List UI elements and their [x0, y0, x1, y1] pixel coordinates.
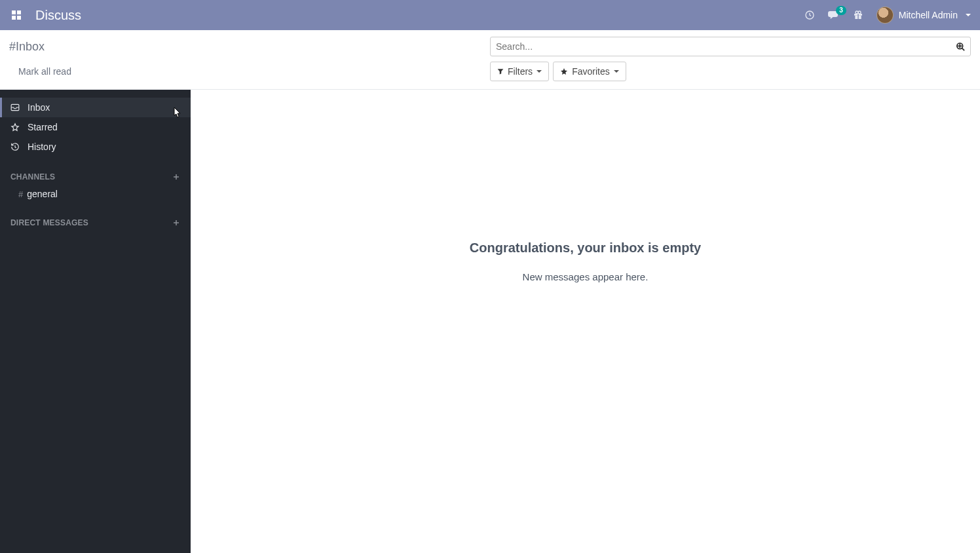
star-outline-icon	[10, 123, 20, 132]
messages-button[interactable]: 3	[828, 10, 840, 20]
user-menu[interactable]: Mitchell Admin	[876, 7, 971, 24]
filter-icon	[497, 68, 504, 75]
sidebar-dm-header[interactable]: DIRECT MESSAGES	[0, 214, 191, 231]
apps-menu-button[interactable]	[9, 8, 24, 22]
search-container	[490, 37, 971, 56]
activities-button[interactable]	[804, 10, 815, 20]
svg-line-11	[962, 48, 964, 50]
app-title[interactable]: Discuss	[35, 8, 81, 23]
chevron-down-icon	[614, 70, 619, 73]
dm-header-label: DIRECT MESSAGES	[10, 218, 88, 227]
search-button[interactable]	[951, 42, 970, 52]
main-content: Congratulations, your inbox is empty New…	[191, 90, 980, 553]
sidebar-channels-header[interactable]: CHANNELS	[0, 168, 191, 185]
svg-rect-7	[857, 14, 858, 19]
favorites-label: Favorites	[572, 66, 610, 77]
top-navbar-right: 3 Mitchell Admin	[804, 7, 971, 24]
svg-point-9	[858, 11, 861, 14]
sidebar-item-starred[interactable]: Starred	[0, 117, 191, 137]
sidebar-item-history[interactable]: History	[0, 137, 191, 157]
empty-state: Congratulations, your inbox is empty New…	[191, 240, 980, 282]
mark-all-read-button[interactable]: Mark all read	[14, 65, 75, 78]
plus-icon	[172, 173, 180, 181]
chevron-down-icon	[537, 70, 542, 73]
avatar	[876, 7, 894, 24]
filters-label: Filters	[508, 66, 533, 77]
empty-subtitle: New messages appear here.	[191, 271, 980, 282]
svg-rect-1	[17, 10, 21, 14]
svg-rect-2	[12, 16, 16, 20]
star-icon	[560, 67, 568, 75]
gift-button[interactable]	[853, 10, 863, 20]
user-name: Mitchell Admin	[899, 10, 958, 20]
channel-label: general	[27, 189, 58, 199]
sidebar: Inbox Starred History CHANNELS # ge	[0, 90, 191, 553]
history-icon	[10, 142, 20, 151]
sidebar-item-label: History	[28, 142, 56, 152]
svg-rect-0	[12, 10, 16, 14]
chevron-down-icon	[966, 14, 971, 16]
hash-icon: #	[18, 189, 23, 199]
search-input[interactable]	[491, 39, 951, 54]
body: Inbox Starred History CHANNELS # ge	[0, 90, 980, 553]
favorites-button[interactable]: Favorites	[553, 62, 626, 81]
search-icon	[956, 42, 966, 52]
sidebar-item-label: Inbox	[28, 102, 50, 113]
clock-icon	[804, 10, 815, 20]
channel-general[interactable]: # general	[0, 185, 191, 202]
inbox-icon	[10, 104, 20, 111]
plus-icon	[172, 219, 180, 227]
empty-title: Congratulations, your inbox is empty	[191, 240, 980, 256]
top-navbar: Discuss 3 Mitchell Admin	[0, 0, 980, 30]
apps-grid-icon	[12, 10, 21, 20]
add-channel-button[interactable]	[172, 173, 180, 181]
control-panel: #Inbox Mark all read Filters Favorites	[0, 30, 980, 90]
filters-button[interactable]: Filters	[490, 62, 549, 81]
svg-rect-3	[17, 16, 21, 20]
add-dm-button[interactable]	[172, 219, 180, 227]
channels-header-label: CHANNELS	[10, 172, 55, 181]
breadcrumb: #Inbox	[9, 40, 45, 53]
messages-badge: 3	[836, 6, 846, 15]
sidebar-item-inbox[interactable]: Inbox	[0, 98, 191, 117]
sidebar-item-label: Starred	[28, 122, 58, 132]
gift-icon	[853, 10, 863, 20]
